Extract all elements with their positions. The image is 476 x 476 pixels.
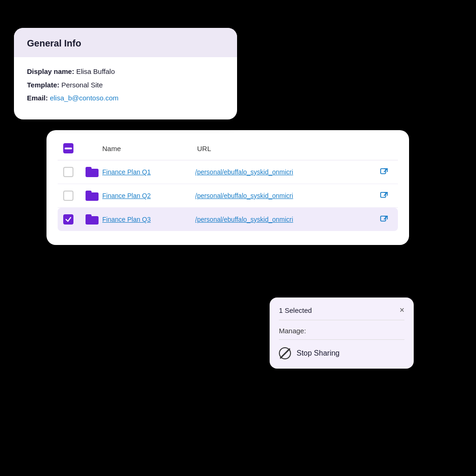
table-header: Name URL [58,139,398,160]
col-name-header: Name [86,145,197,152]
display-name-label: Display name: [27,67,74,75]
stop-sharing-label: Stop Sharing [297,349,340,357]
email-link[interactable]: elisa_b@contoso.com [50,94,119,102]
external-link-icon-3[interactable] [376,215,392,224]
row-checkbox-3[interactable] [63,214,86,225]
display-name-row: Display name: Elisa Buffalo [27,66,224,77]
context-header: 1 Selected × [270,298,414,320]
table-row: Finance Plan Q3 /personal/ebuffalo_syski… [58,208,398,231]
checkbox-unchecked-2[interactable] [63,191,73,201]
folder-icon-1 [86,167,102,177]
table-row: Finance Plan Q1 /personal/ebuffalo_syski… [58,160,398,184]
template-value: Personal Site [61,81,103,89]
general-info-title: General Info [27,38,224,49]
template-row: Template: Personal Site [27,80,224,91]
stop-sharing-action[interactable]: Stop Sharing [270,340,414,369]
files-card: Name URL Finance Plan Q1 /personal/ebuff… [46,130,409,245]
external-link-icon-2[interactable] [376,192,392,200]
col-url-header: URL [197,145,392,152]
stop-sharing-icon [279,347,291,359]
row-url-3[interactable]: /personal/ebuffalo_syskid_onmicri [195,216,376,223]
close-button[interactable]: × [399,306,404,314]
email-label: Email: [27,94,48,102]
svg-rect-0 [65,147,72,149]
email-row: Email: elisa_b@contoso.com [27,93,224,104]
row-checkbox-1[interactable] [63,167,86,177]
row-name-1[interactable]: Finance Plan Q1 [102,168,195,176]
general-info-header: General Info [14,28,237,57]
folder-icon-2 [86,191,102,201]
row-checkbox-2[interactable] [63,191,86,201]
checkbox-unchecked-1[interactable] [63,167,73,177]
row-url-1[interactable]: /personal/ebuffalo_syskid_onmicri [195,168,376,176]
row-name-3[interactable]: Finance Plan Q3 [102,216,195,223]
template-label: Template: [27,81,60,89]
header-checkbox-col [63,143,86,153]
manage-label: Manage: [270,320,414,339]
row-name-2[interactable]: Finance Plan Q2 [102,192,195,199]
select-all-checkbox[interactable] [63,143,73,153]
general-info-body: Display name: Elisa Buffalo Template: Pe… [14,57,237,119]
row-url-2[interactable]: /personal/ebuffalo_syskid_onmicri [195,192,376,199]
selected-count-label: 1 Selected [279,306,312,314]
checkbox-checked-3[interactable] [63,214,73,225]
general-info-card: General Info Display name: Elisa Buffalo… [14,28,237,119]
context-menu-card: 1 Selected × Manage: Stop Sharing [270,298,414,369]
display-name-value: Elisa Buffalo [76,67,115,75]
table-row: Finance Plan Q2 /personal/ebuffalo_syski… [58,184,398,208]
folder-icon-3 [86,214,102,225]
external-link-icon-1[interactable] [376,168,392,176]
